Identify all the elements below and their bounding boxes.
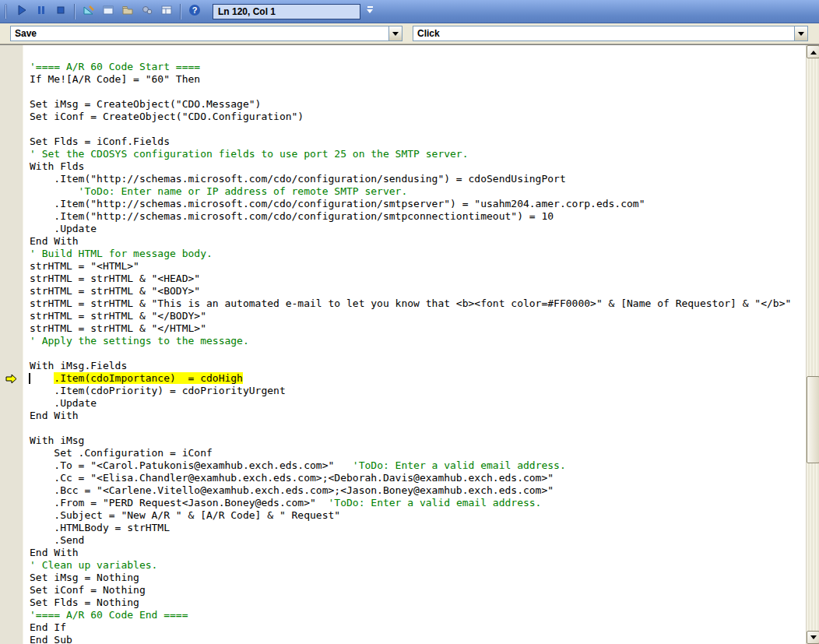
code-line[interactable]: End Sub <box>30 634 806 644</box>
code-line[interactable]: strHTML = strHTML & "</HTML>" <box>30 322 806 335</box>
vertical-scrollbar[interactable] <box>806 45 819 644</box>
object-combobox-dropdown[interactable] <box>388 26 402 40</box>
code-line[interactable]: ' Clean up variables. <box>30 559 806 572</box>
code-line[interactable]: .Subject = "New A/R " & [A/R Code] & " R… <box>30 509 806 522</box>
code-line[interactable]: End With <box>30 410 806 422</box>
comment-text: '==== A/R 60 Code Start ==== <box>30 61 200 72</box>
procedure-combobox[interactable]: Click <box>413 26 808 41</box>
code-text: .Item("http://schemas.microsoft.com/cdo/… <box>30 210 554 222</box>
code-text: strHTML = "<HTML>" <box>30 260 139 272</box>
margin-indicator-bar[interactable] <box>0 45 23 644</box>
object-combobox-value: Save <box>11 28 388 39</box>
code-line[interactable] <box>30 86 806 98</box>
code-text: Set iMsg = CreateObject("CDO.Message") <box>30 98 261 110</box>
design-mode-button[interactable] <box>79 3 97 20</box>
code-line[interactable]: .Cc = "<Elisa.Chandler@examhub.exch.eds.… <box>30 472 806 484</box>
reset-button[interactable] <box>51 3 69 20</box>
code-text: strHTML = strHTML & "</HTML>" <box>30 322 206 334</box>
code-line[interactable] <box>30 422 806 435</box>
code-text: With Flds <box>30 160 84 172</box>
code-line[interactable]: Set iConf = Nothing <box>30 584 806 596</box>
code-line[interactable]: Set Flds = iConf.Fields <box>30 135 806 148</box>
code-line[interactable]: Set iConf = CreateObject("CDO.Configurat… <box>30 111 806 123</box>
procedure-combobox-dropdown[interactable] <box>794 26 807 40</box>
code-line[interactable]: .Item(cdoPriority) = cdoPriorityUrgent <box>30 385 806 397</box>
toolbar-grip[interactable] <box>5 4 7 19</box>
scroll-down-button[interactable] <box>807 631 819 644</box>
code-text: .Item("http://schemas.microsoft.com/cdo/… <box>30 173 566 185</box>
code-line[interactable]: .From = "PERD Request<Jason.Boney@eds.co… <box>30 497 806 509</box>
code-line[interactable]: .Bcc = "<Carlene.Vitello@examhub.exch.ed… <box>30 484 806 497</box>
properties-window-button[interactable] <box>138 3 156 20</box>
code-line[interactable]: strHTML = strHTML & "<HEAD>" <box>30 273 806 285</box>
play-icon <box>16 4 28 19</box>
code-line[interactable]: With iMsg <box>30 435 806 447</box>
code-line[interactable]: End With <box>30 235 806 248</box>
vba-editor-window: ? Ln 120, Col 1 Save Click '==== A/ <box>0 0 819 644</box>
code-text: .Update <box>30 397 97 409</box>
code-text: End With <box>30 235 79 247</box>
code-line[interactable]: ' Set the CDOSYS configuration fields to… <box>30 148 806 160</box>
code-line[interactable] <box>30 123 806 135</box>
toolbar-overflow-chevron[interactable] <box>364 3 375 20</box>
code-line[interactable]: .Send <box>30 534 806 547</box>
code-line[interactable]: ' Build HTML for message body. <box>30 248 806 260</box>
comment-text: 'ToDo: Enter name or IP address of remot… <box>30 185 407 197</box>
code-line[interactable]: strHTML = strHTML & "<BODY>" <box>30 285 806 297</box>
code-line[interactable]: strHTML = strHTML & "This is an automate… <box>30 297 806 310</box>
scroll-up-button[interactable] <box>807 45 819 58</box>
cursor-position-indicator: Ln 120, Col 1 <box>213 4 360 19</box>
code-text: strHTML = strHTML & "This is an automate… <box>30 297 791 309</box>
code-line[interactable]: Set iMsg = Nothing <box>30 572 806 584</box>
code-line[interactable]: End With <box>30 547 806 559</box>
insert-control-button[interactable] <box>99 3 117 20</box>
code-line[interactable]: strHTML = strHTML & "</BODY>" <box>30 310 806 322</box>
toolbar-separator <box>74 4 75 19</box>
code-line[interactable]: strHTML = "<HTML>" <box>30 260 806 273</box>
code-line[interactable]: .Update <box>30 223 806 235</box>
code-line[interactable]: With iMsg.Fields <box>30 360 806 372</box>
code-line[interactable]: If Me![A/R Code] = "60" Then <box>30 73 806 86</box>
stop-icon <box>54 4 67 19</box>
object-browser-button[interactable] <box>157 3 175 20</box>
code-text: strHTML = strHTML & "<HEAD>" <box>30 273 200 284</box>
code-line[interactable]: Set .Configuration = iConf <box>30 447 806 459</box>
code-line[interactable]: '==== A/R 60 Code End ==== <box>30 609 806 621</box>
code-line[interactable]: '==== A/R 60 Code Start ==== <box>30 61 806 73</box>
object-combobox[interactable]: Save <box>10 26 402 41</box>
code-line[interactable]: End If <box>30 621 806 634</box>
triangle-down-icon <box>810 635 817 642</box>
comment-text: ' Clean up variables. <box>30 559 157 571</box>
code-line[interactable]: Set iMsg = CreateObject("CDO.Message") <box>30 98 806 111</box>
window-icon <box>102 4 114 19</box>
break-button[interactable] <box>32 3 50 20</box>
code-text: .Send <box>30 534 84 546</box>
code-line[interactable]: .Item("http://schemas.microsoft.com/cdo/… <box>30 210 806 223</box>
help-button[interactable]: ? <box>185 3 203 20</box>
comment-text: ' Set the CDOSYS configuration fields to… <box>30 148 469 160</box>
scrollbar-thumb[interactable] <box>807 376 819 463</box>
code-line[interactable]: With Flds <box>30 160 806 173</box>
code-line[interactable]: ' Apply the settings to the message. <box>30 335 806 347</box>
code-text: .HTMLBody = strHTML <box>30 522 170 533</box>
code-text: Set iMsg = Nothing <box>30 572 139 583</box>
text-caret <box>29 373 30 384</box>
code-line[interactable]: 'ToDo: Enter name or IP address of remot… <box>30 185 806 198</box>
triangle-pencil-icon <box>83 4 95 19</box>
code-line[interactable]: .Item(cdoImportance) = cdoHigh <box>30 372 806 385</box>
code-line[interactable] <box>30 347 806 360</box>
code-text: Set iConf = CreateObject("CDO.Configurat… <box>30 111 304 122</box>
code-line[interactable]: Set Flds = Nothing <box>30 596 806 609</box>
continue-button[interactable] <box>12 3 30 20</box>
triangle-up-icon <box>810 48 817 55</box>
code-line[interactable]: .Item("http://schemas.microsoft.com/cdo/… <box>30 198 806 210</box>
code-line[interactable]: .Item("http://schemas.microsoft.com/cdo/… <box>30 173 806 185</box>
project-explorer-button[interactable] <box>118 3 136 20</box>
code-line[interactable]: .HTMLBody = strHTML <box>30 522 806 534</box>
code-line[interactable]: .To = "<Carol.Patukonis@examhub.exch.eds… <box>30 459 806 472</box>
code-editor[interactable]: '==== A/R 60 Code Start ====If Me![A/R C… <box>23 45 806 644</box>
code-text: strHTML = strHTML & "</BODY>" <box>30 310 206 322</box>
current-line-arrow[interactable] <box>5 374 18 384</box>
code-line[interactable]: .Update <box>30 397 806 410</box>
chevron-down-icon <box>367 9 373 16</box>
